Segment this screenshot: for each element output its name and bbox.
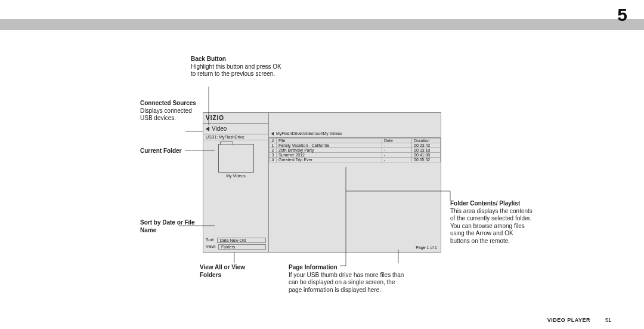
breadcrumb: MyFlashDrive\Video\root\My Videos bbox=[276, 131, 342, 136]
page-info: Page 1 of 1 bbox=[416, 245, 437, 250]
sort-label: Sort: bbox=[206, 238, 215, 243]
sort-value[interactable]: Date New-Old bbox=[217, 238, 266, 243]
callout-title: View All or View Folders bbox=[200, 264, 245, 278]
callout-back: Back Button Highlight this button and pr… bbox=[191, 56, 286, 78]
callout-page-info: Page Information If your USB thumb drive… bbox=[289, 264, 408, 294]
file-table: # File Date Duration 1 Family Vacation -… bbox=[269, 138, 441, 162]
cell-dur: 00:33:18 bbox=[412, 148, 441, 153]
view-value[interactable]: Folders bbox=[218, 244, 266, 250]
usb-source-row[interactable]: USB1: MyFlashDrive bbox=[203, 134, 268, 140]
folder-icon bbox=[218, 144, 254, 173]
callout-title: Sort by Date or File Name bbox=[140, 219, 195, 233]
screen-left-pane: VIZIO Video USB1: MyFlashDrive My Videos… bbox=[203, 113, 269, 252]
table-row[interactable]: 1 Family Vacation - California - 00:23:4… bbox=[270, 143, 441, 148]
chapter-number: 5 bbox=[617, 5, 627, 25]
sort-row[interactable]: Sort: Date New-Old bbox=[206, 238, 266, 243]
callout-sources: Connected Sources Displays connected USB… bbox=[140, 100, 197, 122]
current-folder[interactable]: My Videos bbox=[203, 144, 268, 178]
brand-logo: VIZIO bbox=[203, 113, 268, 124]
callout-body: Displays connected USB devices. bbox=[140, 107, 192, 122]
callout-title: Folder Contents/ Playlist bbox=[450, 200, 520, 207]
cell-num: 4 bbox=[270, 158, 277, 162]
col-dur: Duration bbox=[412, 139, 441, 143]
screen-title: Video bbox=[212, 125, 227, 132]
cell-num: 2 bbox=[270, 148, 277, 153]
callout-title: Back Button bbox=[191, 56, 226, 62]
callout-body: This area displays the contents of the c… bbox=[450, 208, 532, 244]
video-player-screen: VIZIO Video USB1: MyFlashDrive My Videos… bbox=[203, 112, 441, 253]
back-icon[interactable] bbox=[206, 127, 209, 131]
footer-page-number: 51 bbox=[605, 317, 611, 323]
cell-dur: 00:41:08 bbox=[412, 153, 441, 158]
breadcrumb-back-icon[interactable] bbox=[271, 132, 274, 136]
cell-file: Greatest Trip Ever bbox=[277, 158, 382, 162]
table-row[interactable]: 2 26th Birthday Party - 00:33:18 bbox=[270, 148, 441, 153]
screen-right-pane: MyFlashDrive\Video\root\My Videos # File… bbox=[269, 113, 441, 252]
callout-title: Page Information bbox=[289, 264, 338, 270]
cell-file: 26th Birthday Party bbox=[277, 148, 382, 153]
cell-date: - bbox=[382, 153, 412, 158]
cell-num: 3 bbox=[270, 153, 277, 158]
folder-label: My Videos bbox=[203, 174, 268, 178]
callout-sort: Sort by Date or File Name bbox=[140, 219, 197, 234]
table-row[interactable]: 3 Summer 2012 - 00:41:08 bbox=[270, 153, 441, 158]
view-label: View: bbox=[206, 244, 216, 250]
view-row[interactable]: View: Folders bbox=[206, 244, 266, 250]
cell-file: Family Vacation - California bbox=[277, 143, 382, 148]
cell-file: Summer 2012 bbox=[277, 153, 382, 158]
col-file: File bbox=[277, 139, 382, 143]
col-date: Date bbox=[382, 139, 412, 143]
cell-date: - bbox=[382, 148, 412, 153]
cell-date: - bbox=[382, 158, 412, 162]
cell-dur: 00:05:32 bbox=[412, 158, 441, 162]
breadcrumb-row: MyFlashDrive\Video\root\My Videos bbox=[269, 130, 441, 138]
cell-dur: 00:23:43 bbox=[412, 143, 441, 148]
callout-body: If your USB thumb drive has more files t… bbox=[289, 272, 404, 293]
title-row: Video bbox=[203, 124, 268, 134]
cell-date: - bbox=[382, 143, 412, 148]
callout-title: Connected Sources bbox=[140, 100, 196, 106]
callout-folder-contents: Folder Contents/ Playlist This area disp… bbox=[450, 200, 534, 245]
callout-current-folder: Current Folder bbox=[140, 147, 197, 155]
cell-num: 1 bbox=[270, 143, 277, 148]
footer-label: VIDEO PLAYER bbox=[547, 317, 590, 323]
callout-body: Highlight this button and press OK to re… bbox=[191, 63, 281, 78]
header-strip bbox=[0, 19, 644, 30]
col-num: # bbox=[270, 139, 277, 143]
table-row[interactable]: 4 Greatest Trip Ever - 00:05:32 bbox=[270, 158, 441, 162]
callout-title: Current Folder bbox=[140, 147, 181, 154]
callout-view: View All or View Folders bbox=[200, 264, 256, 279]
